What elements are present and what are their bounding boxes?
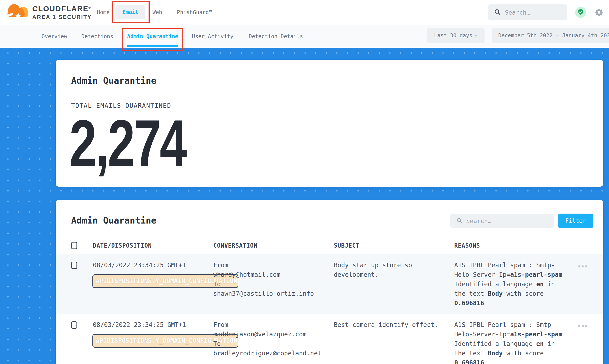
- section-tab-bar: Overview Detections Admin Quarantine Use…: [0, 25, 609, 48]
- page: CLOUDFLARE® AREA 1 SECURITY Home Email W…: [0, 0, 609, 364]
- tab-overview[interactable]: Overview: [41, 25, 67, 48]
- row-conversation: From whardy@hotmail.com To shawn37@casti…: [213, 260, 325, 299]
- row-checkbox[interactable]: [71, 321, 77, 329]
- ellipsis-icon: [582, 265, 584, 267]
- search-icon: [456, 217, 463, 225]
- nav-item-phishguard[interactable]: PhishGuard™: [177, 0, 212, 25]
- nav-item-web[interactable]: Web: [152, 0, 162, 25]
- ellipsis-icon: [585, 325, 587, 327]
- brand-name: CLOUDFLARE®: [32, 3, 92, 13]
- column-header-conversation[interactable]: CONVERSATION: [213, 242, 257, 249]
- page-title: Admin Quarantine: [71, 76, 156, 86]
- row-reasons: A1S IPBL Pearl spam : Smtp-Helo-Server-I…: [454, 320, 565, 364]
- table-search-box[interactable]: [450, 214, 554, 228]
- column-header-subject[interactable]: SUBJECT: [334, 242, 360, 249]
- row-conversation: From maddenjason@velazquez.com To bradle…: [213, 320, 325, 358]
- select-all-checkbox[interactable]: [71, 242, 77, 249]
- from-label: From: [213, 320, 325, 330]
- from-address: whardy@hotmail.com: [213, 270, 325, 279]
- metric-value: 2,274: [69, 110, 186, 176]
- to-label: To: [213, 279, 325, 289]
- shield-check-icon: [577, 8, 584, 16]
- date-range-picker[interactable]: December 5th 2022 — January 4th 2023: [492, 28, 609, 43]
- brand-subtitle: AREA 1 SECURITY: [32, 14, 92, 20]
- to-label: To: [213, 339, 325, 349]
- date-range-preset-dropdown[interactable]: Last 30 days▾: [427, 28, 485, 43]
- chevron-down-icon: ▾: [474, 33, 477, 38]
- row-date: 08/03/2022 23:34:25 GMT+1: [93, 320, 204, 330]
- ellipsis-icon: [582, 325, 584, 327]
- column-header-reasons[interactable]: REASONS: [454, 242, 480, 249]
- row-reasons: A1S IPBL Pearl spam : Smtp-Helo-Server-I…: [454, 260, 565, 308]
- cloudflare-logo-icon: [5, 2, 30, 22]
- top-bar: CLOUDFLARE® AREA 1 SECURITY Home Email W…: [0, 0, 609, 25]
- table-title: Admin Quarantine: [71, 215, 156, 225]
- tab-detection-details[interactable]: Detection Details: [249, 25, 303, 48]
- trademark-symbol: ®: [88, 6, 91, 9]
- gear-icon: [595, 13, 603, 18]
- global-search-box[interactable]: [488, 4, 567, 20]
- from-label: From: [213, 260, 325, 270]
- ellipsis-icon: [585, 265, 587, 267]
- content-area: Admin Quarantine TOTAL EMAILS QUARANTINE…: [0, 48, 609, 364]
- table-row: 08/03/2022 23:34:25 GMT+1 APIDISPOSITION…: [56, 254, 603, 314]
- tab-detections[interactable]: Detections: [81, 25, 113, 48]
- ellipsis-icon: [578, 265, 580, 267]
- to-address: shawn37@castillo-ortiz.info: [213, 289, 325, 299]
- row-actions-menu-button[interactable]: [578, 325, 587, 327]
- filter-button[interactable]: Filter: [558, 214, 593, 228]
- column-header-date-disposition[interactable]: DATE/DISPOSITION: [93, 242, 152, 249]
- quarantine-table-card: Admin Quarantine Filter DATE/DISPOSITION…: [56, 200, 603, 364]
- row-subject: Body star up store so development.: [334, 260, 444, 279]
- brand-text: CLOUDFLARE® AREA 1 SECURITY: [32, 3, 92, 20]
- tab-admin-quarantine[interactable]: Admin Quarantine: [127, 25, 178, 48]
- table-search-input[interactable]: [466, 218, 532, 224]
- tab-user-activity[interactable]: User Activity: [192, 25, 233, 48]
- row-checkbox[interactable]: [71, 262, 77, 269]
- nav-item-home[interactable]: Home: [97, 0, 110, 25]
- search-icon: [494, 8, 501, 16]
- table-header-row: DATE/DISPOSITION CONVERSATION SUBJECT RE…: [56, 241, 603, 254]
- global-search-input[interactable]: [505, 9, 558, 16]
- nav-item-email[interactable]: Email: [115, 5, 146, 19]
- row-subject: Best camera identify effect.: [334, 320, 444, 330]
- protection-status-badge[interactable]: [575, 7, 586, 18]
- to-address: bradleyrodriguez@copeland.net: [213, 349, 325, 358]
- brand: CLOUDFLARE® AREA 1 SECURITY: [5, 2, 92, 22]
- summary-card: Admin Quarantine TOTAL EMAILS QUARANTINE…: [56, 60, 603, 187]
- row-date: 08/03/2022 23:34:25 GMT+1: [93, 260, 204, 270]
- from-address: maddenjason@velazquez.com: [213, 330, 325, 339]
- ellipsis-icon: [578, 325, 580, 327]
- row-actions-menu-button[interactable]: [578, 265, 587, 267]
- table-row: 08/03/2022 23:34:25 GMT+1 APIDISPOSITION…: [56, 314, 603, 364]
- settings-button[interactable]: [595, 8, 603, 17]
